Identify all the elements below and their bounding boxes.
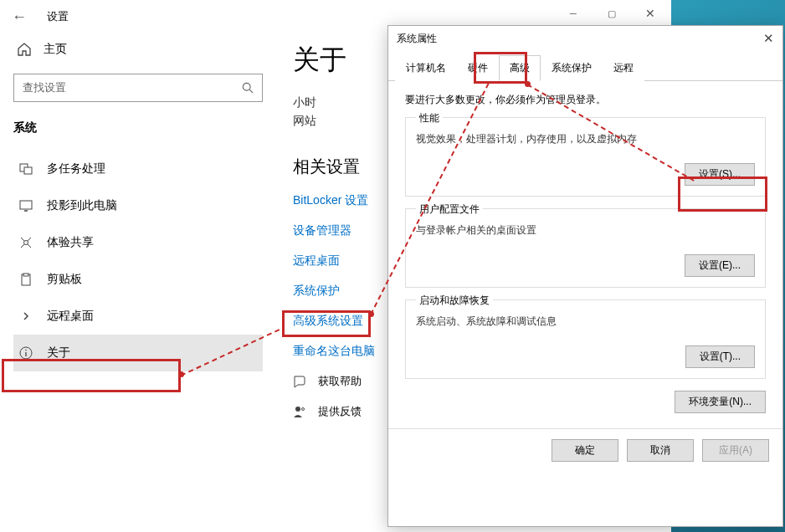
svg-point-14 bbox=[25, 350, 27, 351]
tab-advanced[interactable]: 高级 bbox=[499, 55, 541, 81]
group-user-profiles: 用户配置文件 与登录帐户相关的桌面设置 设置(E)... bbox=[405, 208, 766, 288]
sidebar-item-label: 关于 bbox=[47, 345, 70, 361]
feedback-label: 提供反馈 bbox=[318, 404, 362, 419]
close-button[interactable]: ✕ bbox=[631, 0, 670, 27]
sidebar-item-projecting[interactable]: 投影到此电脑 bbox=[13, 187, 263, 224]
help-icon bbox=[293, 375, 306, 388]
sidebar-item-label: 投影到此电脑 bbox=[47, 198, 117, 213]
sidebar-item-multitasking[interactable]: 多任务处理 bbox=[13, 151, 263, 187]
dialog-tabs: 计算机名 硬件 高级 系统保护 远程 bbox=[388, 54, 782, 81]
project-icon bbox=[18, 199, 33, 212]
arrow-dot bbox=[525, 81, 531, 87]
svg-line-1 bbox=[249, 90, 253, 93]
info-icon bbox=[18, 346, 33, 360]
sidebar-item-label: 远程桌面 bbox=[47, 309, 94, 324]
svg-rect-12 bbox=[23, 274, 28, 276]
svg-point-16 bbox=[295, 407, 300, 412]
sidebar-item-shared-experiences[interactable]: 体验共享 bbox=[13, 224, 263, 261]
svg-line-7 bbox=[28, 238, 31, 241]
clipboard-icon bbox=[18, 273, 33, 286]
sidebar-item-clipboard[interactable]: 剪贴板 bbox=[13, 261, 263, 298]
group-desc: 与登录帐户相关的桌面设置 bbox=[416, 223, 755, 238]
svg-line-9 bbox=[28, 244, 31, 248]
minimize-button[interactable]: ─ bbox=[554, 0, 593, 27]
tab-hardware[interactable]: 硬件 bbox=[457, 55, 499, 81]
svg-line-8 bbox=[21, 244, 24, 248]
home-button[interactable]: 主页 bbox=[13, 33, 263, 65]
maximize-button[interactable]: ▢ bbox=[593, 0, 631, 27]
section-label: 系统 bbox=[13, 120, 263, 136]
tab-remote[interactable]: 远程 bbox=[603, 55, 644, 81]
multitask-icon bbox=[18, 162, 33, 176]
remote-icon bbox=[18, 309, 33, 323]
dialog-title: 系统属性 bbox=[397, 32, 437, 46]
search-icon bbox=[242, 82, 254, 94]
get-help-label: 获取帮助 bbox=[318, 374, 362, 389]
tab-system-protection[interactable]: 系统保护 bbox=[541, 55, 603, 81]
svg-rect-3 bbox=[24, 167, 32, 174]
ok-button[interactable]: 确定 bbox=[552, 439, 618, 462]
group-startup-recovery: 启动和故障恢复 系统启动、系统故障和调试信息 设置(T)... bbox=[405, 299, 766, 379]
sidebar-item-remote-desktop[interactable]: 远程桌面 bbox=[13, 298, 263, 335]
sidebar-item-label: 多任务处理 bbox=[47, 161, 105, 176]
sidebar: 主页 查找设置 系统 多任务处理 投影到此电脑 bbox=[0, 33, 276, 519]
dialog-close-button[interactable]: ✕ bbox=[763, 31, 774, 46]
group-performance: 性能 视觉效果，处理器计划，内存使用，以及虚拟内存 设置(S)... bbox=[405, 117, 766, 197]
search-placeholder: 查找设置 bbox=[23, 80, 242, 95]
performance-settings-button[interactable]: 设置(S)... bbox=[685, 163, 755, 186]
apply-button[interactable]: 应用(A) bbox=[702, 439, 769, 462]
group-desc: 系统启动、系统故障和调试信息 bbox=[416, 315, 755, 329]
group-title: 性能 bbox=[416, 111, 443, 125]
arrow-dot bbox=[368, 311, 374, 317]
svg-point-10 bbox=[24, 241, 28, 245]
sidebar-item-label: 体验共享 bbox=[47, 235, 94, 250]
tab-computer-name[interactable]: 计算机名 bbox=[395, 55, 457, 81]
share-icon bbox=[18, 236, 33, 249]
home-icon bbox=[17, 43, 32, 56]
env-vars-button[interactable]: 环境变量(N)... bbox=[675, 391, 766, 413]
group-title: 启动和故障恢复 bbox=[416, 294, 493, 308]
sidebar-item-label: 剪贴板 bbox=[47, 272, 82, 287]
feedback-icon bbox=[293, 405, 306, 418]
cancel-button[interactable]: 取消 bbox=[627, 439, 694, 462]
group-desc: 视觉效果，处理器计划，内存使用，以及虚拟内存 bbox=[416, 132, 755, 146]
startup-recovery-settings-button[interactable]: 设置(T)... bbox=[685, 345, 755, 368]
system-properties-dialog: 系统属性 ✕ 计算机名 硬件 高级 系统保护 远程 要进行大多数更改，你必须作为… bbox=[387, 25, 783, 527]
window-title: 设置 bbox=[47, 9, 69, 24]
svg-point-17 bbox=[302, 408, 305, 411]
svg-rect-4 bbox=[20, 201, 32, 209]
home-label: 主页 bbox=[44, 42, 67, 57]
arrow-dot bbox=[178, 371, 184, 377]
back-button[interactable]: ← bbox=[12, 8, 27, 26]
svg-line-6 bbox=[21, 238, 24, 241]
search-input[interactable]: 查找设置 bbox=[13, 74, 263, 102]
svg-point-0 bbox=[243, 83, 250, 90]
admin-note: 要进行大多数更改，你必须作为管理员登录。 bbox=[405, 93, 766, 107]
user-profiles-settings-button[interactable]: 设置(E)... bbox=[685, 254, 755, 277]
